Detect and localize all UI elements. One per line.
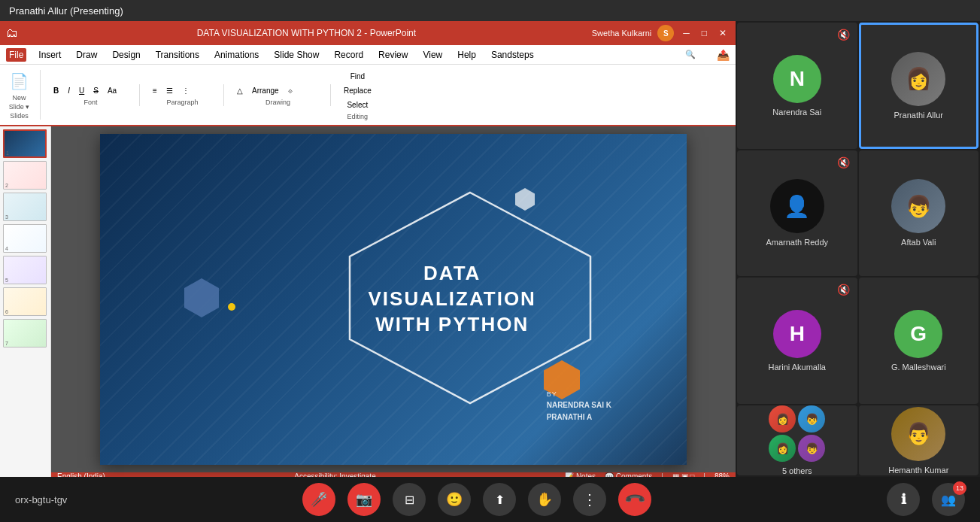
people-badge: 13 [953,481,966,495]
ppt-status-bar: English (India) Accessibility: Investiga… [51,472,736,477]
presentation-area: 🗂 DATA VISUALIZATION WITH PYTHON 2 - Pow… [0,21,736,477]
ribbon-slides-group: 📄 New Slide ▾ Slides [6,70,41,120]
slide-title-line1: DATA [423,262,481,284]
ppt-ribbon: 📄 New Slide ▾ Slides B I U S Aa Font ≡ ☰… [0,65,736,126]
avatar-narendra: N [773,55,821,103]
underline-btn[interactable]: U [75,84,88,97]
ppt-title: DATA VISUALIZATION WITH PYTHON 2 - Power… [21,28,592,38]
info-icon: ℹ [901,491,906,508]
align-center-btn[interactable]: ☰ [162,84,177,97]
ribbon-paragraph-group: ≡ ☰ ⋮ Paragraph [149,84,224,106]
shape-btn[interactable]: △ [233,84,247,97]
menu-file[interactable]: File [6,48,26,62]
strikethrough-btn[interactable]: S [90,84,102,97]
menu-sandsteps[interactable]: Sandsteps [488,48,537,62]
slide-thumb-4[interactable]: 4 [3,224,47,253]
more-options-icon: ⋮ [582,492,597,507]
italic-btn[interactable]: I [64,84,74,97]
select-btn[interactable]: Select [343,99,372,111]
hand-icon: ✋ [536,491,553,508]
new-slide-btn[interactable]: 📄 [6,70,32,93]
slide-thumb-7[interactable]: 7 [3,319,47,347]
info-button[interactable]: ℹ [887,483,920,516]
emoji-button[interactable]: 🙂 [438,483,471,516]
minimize-icon[interactable]: ─ [680,28,693,38]
slide-thumb-1[interactable]: 1 [3,129,47,158]
more-options-button[interactable]: ⋮ [573,483,606,516]
present-icon: ⬆ [495,493,505,507]
comments-btn[interactable]: 💬 Comments [605,472,652,477]
svg-marker-0 [184,278,219,317]
emoji-icon: 🙂 [446,491,463,508]
captions-button[interactable]: ⊟ [393,483,426,516]
name-hemanth: Hemanth Kumar [885,466,951,475]
slide-title-line3: WITH PYTHON [375,313,529,335]
notes-btn[interactable]: 📝 Notes [565,472,596,477]
top-bar: Pranathi Allur (Presenting) [0,0,980,21]
participant-hemanth: 👨 Hemanth Kumar [859,405,979,475]
present-button[interactable]: ⬆ [483,483,516,516]
menu-review[interactable]: Review [375,48,411,62]
zoom-level: 88% [715,472,730,477]
slide-canvas[interactable]: DATA VISUALIZATION WITH PYTHON [51,126,736,472]
menu-animations[interactable]: Animations [211,48,262,62]
new-slide-sublabel: Slide ▾ [9,103,30,111]
menu-slideshow[interactable]: Slide Show [271,48,322,62]
language-status: English (India) [57,472,105,477]
slide-canvas-area: DATA VISUALIZATION WITH PYTHON [51,126,736,477]
ppt-title-bar: 🗂 DATA VISUALIZATION WITH PYTHON 2 - Pow… [0,21,736,45]
menu-transitions[interactable]: Transitions [153,48,202,62]
hand-button[interactable]: ✋ [528,483,561,516]
list-btn[interactable]: ⋮ [178,84,193,97]
drawing-group-label: Drawing [233,99,323,106]
bottom-toolbar: orx-bgtu-tgv 🎤 📷 ⊟ 🙂 ⬆ ✋ ⋮ [0,477,980,522]
view-icons: ▦ ▣ □ [672,472,695,477]
replace-btn[interactable]: Replace [340,84,375,97]
photo-aftab: 👦 [891,179,945,233]
people-button[interactable]: 👥 13 [932,483,965,516]
ppt-body: 1 2 3 4 5 6 [0,126,736,477]
mic-button[interactable]: 🎤 [302,483,335,516]
new-slide-label: New [12,94,26,102]
mic-icon: 🎤 [311,491,327,508]
end-call-icon: 📞 [623,487,647,511]
share-icon[interactable]: 📤 [717,49,730,61]
slide-thumb-6[interactable]: 6 [3,287,47,316]
name-pranathi: Pranathi Allur [891,111,946,120]
name-narendra: Narendra Sai [769,108,824,117]
arrange-btn[interactable]: Arrange [248,84,283,97]
menu-draw[interactable]: Draw [73,48,100,62]
avatar-harini: H [773,310,821,358]
menu-help[interactable]: Help [454,48,479,62]
camera-button[interactable]: 📷 [347,483,381,516]
menu-insert[interactable]: Insert [35,48,64,62]
slide-thumb-5[interactable]: 5 [3,256,47,284]
blue-hex-decoration [183,277,220,322]
slide-panel: 1 2 3 4 5 6 [0,126,51,477]
menu-record[interactable]: Record [331,48,366,62]
name-others: 5 others [779,466,815,475]
menu-design[interactable]: Design [109,48,143,62]
small-avatar-3: 👩 [769,435,796,462]
menu-view[interactable]: View [420,48,445,62]
paragraph-group-label: Paragraph [149,99,216,106]
window-title: Pranathi Allur (Presenting) [9,5,123,17]
small-avatar-1: 👩 [769,405,796,432]
quick-styles-btn[interactable]: ⟐ [284,84,296,97]
slide-thumb-3[interactable]: 3 [3,193,47,221]
name-aftab: Aftab Vali [898,238,939,247]
find-btn[interactable]: Find [347,70,369,83]
maximize-icon[interactable]: □ [699,28,710,38]
slide-thumb-2[interactable]: 2 [3,161,47,190]
font-size-btn[interactable]: Aa [104,84,120,97]
close-icon[interactable]: ✕ [716,28,730,38]
end-call-button[interactable]: 📞 [611,476,658,522]
yellow-dot [228,303,235,311]
align-left-btn[interactable]: ≡ [149,84,161,97]
photo-pranathi: 👩 [891,52,945,106]
ribbon-font-group: B I U S Aa Font [50,84,140,106]
bold-btn[interactable]: B [50,84,62,97]
name-amarnath: Amarnath Reddy [763,238,831,247]
camera-icon: 📷 [356,491,372,508]
photo-amarnath: 👤 [770,179,824,233]
